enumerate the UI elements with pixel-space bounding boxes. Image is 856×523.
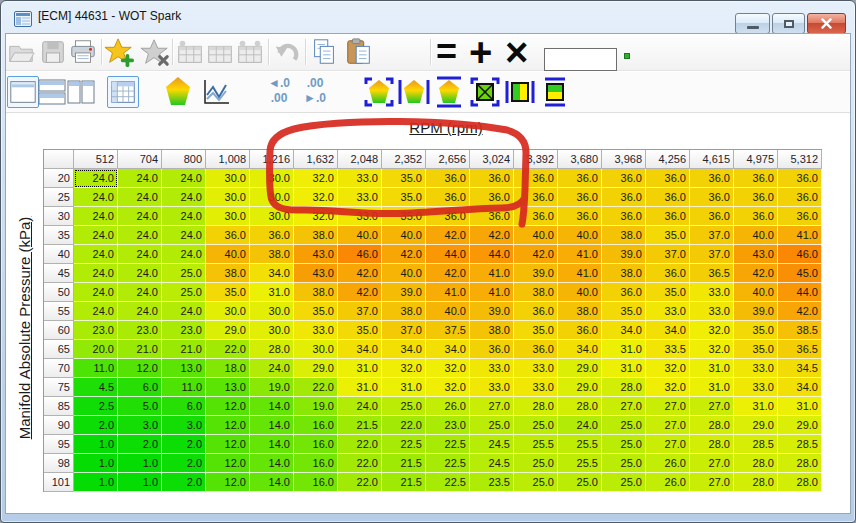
table-cell[interactable]: 12.0 [206,473,250,492]
table-cell[interactable]: 35.0 [382,188,426,207]
column-header-rpm[interactable]: 704 [118,150,162,169]
view-chart-icon[interactable] [200,76,232,108]
table-cell[interactable]: 33.0 [690,283,734,302]
table-cell[interactable]: 36.0 [602,169,646,188]
close-button[interactable] [807,13,846,34]
table-cell[interactable]: 39.0 [382,283,426,302]
table-cell[interactable]: 26.0 [426,397,470,416]
table-cell[interactable]: 36.0 [690,169,734,188]
title-bar[interactable]: [ECM] 44631 - WOT Spark [1,1,855,33]
table-cell[interactable]: 22.0 [338,454,382,473]
row-header-kpa[interactable]: 30 [44,207,74,226]
table-cell[interactable]: 36.0 [602,188,646,207]
row-header-kpa[interactable]: 65 [44,340,74,359]
table-cell[interactable]: 24.0 [74,226,118,245]
table-cell[interactable]: 27.0 [470,397,514,416]
table-cell[interactable]: 28.0 [734,454,778,473]
table-cell[interactable]: 28.0 [602,378,646,397]
table-cell[interactable]: 43.0 [294,264,338,283]
column-header-rpm[interactable]: 1,632 [294,150,338,169]
table-cell[interactable]: 24.0 [74,169,118,188]
table-cell[interactable]: 19.0 [250,378,294,397]
table-cell[interactable]: 24.0 [74,283,118,302]
table-cell[interactable]: 32.0 [382,359,426,378]
table-cell[interactable]: 38.0 [602,226,646,245]
table-cell[interactable]: 28.0 [690,416,734,435]
table-cell[interactable]: 24.0 [162,226,206,245]
copy-icon[interactable] [309,37,339,67]
table-cell[interactable]: 29.0 [206,321,250,340]
table-cell[interactable]: 5.0 [118,397,162,416]
table-cell[interactable]: 40.0 [338,226,382,245]
table-cell[interactable]: 36.0 [646,188,690,207]
table-cell[interactable]: 40.0 [206,245,250,264]
table-cell[interactable]: 30.0 [206,169,250,188]
table-cell[interactable]: 24.0 [250,359,294,378]
table-cell[interactable]: 6.0 [118,378,162,397]
table-cell[interactable]: 42.0 [382,245,426,264]
table-cell[interactable]: 22.0 [338,435,382,454]
table-cell[interactable]: 12.0 [206,416,250,435]
table-cell[interactable]: 36.0 [558,188,602,207]
table-cell[interactable]: 2.5 [74,397,118,416]
table-cell[interactable]: 36.0 [250,226,294,245]
row-header-kpa[interactable]: 90 [44,416,74,435]
table-cell[interactable]: 30.0 [250,321,294,340]
table-cell[interactable]: 40.0 [558,283,602,302]
table-cell[interactable]: 30.0 [250,188,294,207]
open-file-icon[interactable] [6,37,36,67]
table-cell[interactable]: 2.0 [118,435,162,454]
table-cell[interactable]: 41.0 [426,283,470,302]
table-cell[interactable]: 36.0 [426,169,470,188]
table-cell[interactable]: 36.0 [470,207,514,226]
table-cell[interactable]: 29.0 [294,359,338,378]
table-cell[interactable]: 25.0 [602,435,646,454]
row-header-kpa[interactable]: 55 [44,302,74,321]
table-cell[interactable]: 42.0 [426,226,470,245]
table-cell[interactable]: 30.0 [206,207,250,226]
table-cell[interactable]: 16.0 [294,473,338,492]
table-cell[interactable]: 28.0 [734,473,778,492]
column-header-rpm[interactable]: 2,048 [338,150,382,169]
table-cell[interactable]: 42.0 [338,283,382,302]
row-highlight-icon[interactable] [539,76,571,108]
table-cell[interactable]: 1.0 [118,473,162,492]
table-cell[interactable]: 38.0 [558,302,602,321]
table-cell[interactable]: 2.0 [162,454,206,473]
table-cell[interactable]: 35.0 [206,283,250,302]
table-cell[interactable]: 36.0 [558,169,602,188]
table-cell[interactable]: 36.0 [602,207,646,226]
table-cell[interactable]: 38.0 [250,245,294,264]
table-cell[interactable]: 31.0 [338,378,382,397]
table-cell[interactable]: 2.0 [162,473,206,492]
layout-vertical-split-icon[interactable] [65,76,97,108]
table-cell[interactable]: 31.0 [602,340,646,359]
table-cell[interactable]: 27.0 [646,416,690,435]
table-cell[interactable]: 35.0 [338,321,382,340]
table-cell[interactable]: 12.0 [206,454,250,473]
table-cell[interactable]: 42.0 [734,264,778,283]
table-cell[interactable]: 44.0 [426,245,470,264]
column-header-rpm[interactable]: 4,615 [690,150,734,169]
table-cell[interactable]: 40.0 [382,226,426,245]
table-cell[interactable]: 29.0 [734,416,778,435]
table-cell[interactable]: 39.0 [470,302,514,321]
table-cell[interactable]: 36.0 [602,283,646,302]
table-cell[interactable]: 24.0 [118,264,162,283]
column-header-rpm[interactable]: 4,975 [734,150,778,169]
table-cell[interactable]: 36.0 [514,169,558,188]
compare-table-3-icon[interactable] [235,37,265,67]
column-header-rpm[interactable]: 3,680 [558,150,602,169]
table-cell[interactable]: 31.0 [690,359,734,378]
layout-horizontal-split-icon[interactable] [36,76,68,108]
table-cell[interactable]: 34.0 [558,340,602,359]
table-cell[interactable]: 44.0 [778,283,822,302]
table-cell[interactable]: 33.0 [734,359,778,378]
table-cell[interactable]: 22.0 [338,473,382,492]
table-cell[interactable]: 25.0 [602,416,646,435]
table-cell[interactable]: 36.0 [778,207,822,226]
undo-icon[interactable] [272,37,302,67]
table-cell[interactable]: 31.0 [338,359,382,378]
table-cell[interactable]: 23.0 [426,416,470,435]
table-cell[interactable]: 25.0 [382,397,426,416]
